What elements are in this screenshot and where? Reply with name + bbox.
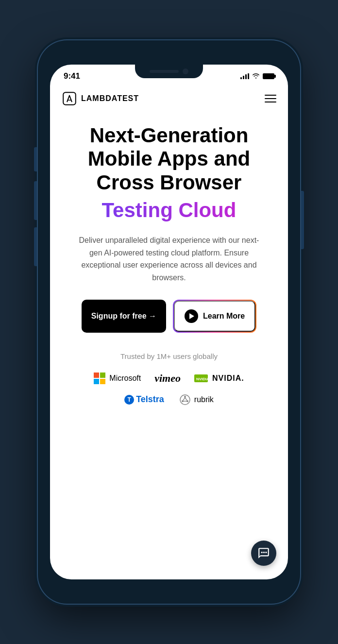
rubrik-text: rubrik: [194, 395, 214, 404]
learn-more-button[interactable]: Learn More: [174, 301, 255, 332]
telstra-icon: T: [124, 395, 134, 405]
chat-fab-button[interactable]: [251, 541, 276, 566]
nvidia-text: NVIDIA.: [212, 374, 244, 383]
svg-line-8: [183, 398, 185, 400]
trusted-text: Trusted by 1M+ users globally: [120, 352, 218, 360]
nvidia-logo: NVIDIA NVIDIA.: [194, 373, 244, 383]
chat-fab-icon: [257, 547, 270, 559]
rubrik-logo: rubrik: [180, 394, 214, 405]
logo-icon: [62, 91, 77, 106]
cta-buttons: Signup for free → Learn More: [62, 300, 276, 333]
svg-rect-11: [263, 552, 265, 553]
status-icons: [240, 72, 274, 81]
nvidia-icon: NVIDIA: [194, 373, 210, 383]
signal-icon: [240, 73, 249, 79]
battery-icon: [263, 73, 274, 79]
phone-screen: 9:41: [50, 65, 288, 579]
notch-camera: [183, 68, 188, 74]
play-icon: [185, 309, 198, 323]
telstra-text: Telstra: [136, 394, 164, 405]
side-btn-mute: [34, 147, 37, 171]
hamburger-menu[interactable]: [265, 95, 276, 102]
logos-row2: T Telstra: [124, 394, 214, 405]
nav-header: LAMBDATEST: [50, 85, 288, 114]
telstra-logo: T Telstra: [124, 394, 164, 405]
rubrik-icon: [180, 394, 190, 405]
status-time: 9:41: [64, 71, 80, 81]
notch-speaker: [150, 70, 179, 73]
svg-rect-10: [261, 552, 263, 553]
signup-button[interactable]: Signup for free →: [82, 300, 166, 333]
hero-title: Next-Generation Mobile Apps and Cross Br…: [88, 124, 250, 194]
side-btn-volume-down: [34, 227, 37, 266]
svg-point-4: [184, 396, 186, 398]
learn-more-wrapper: Learn More: [173, 300, 256, 333]
svg-line-7: [185, 398, 187, 400]
notch: [135, 65, 203, 78]
vimeo-logo: vimeo: [154, 372, 181, 385]
microsoft-icon: [94, 373, 105, 384]
hero-gradient-title: Testing Cloud: [102, 198, 237, 222]
logo-text: LAMBDATEST: [81, 94, 139, 103]
main-content: Next-Generation Mobile Apps and Cross Br…: [50, 114, 288, 579]
phone-outer: 9:41: [0, 0, 338, 644]
phone-frame: 9:41: [38, 40, 300, 604]
side-btn-power: [301, 191, 304, 249]
hero-description: Deliver unparalleled digital experience …: [77, 234, 261, 284]
side-btn-volume-up: [34, 181, 37, 220]
svg-rect-0: [63, 92, 76, 105]
microsoft-text: Microsoft: [109, 374, 141, 383]
microsoft-logo: Microsoft: [94, 373, 141, 384]
logo: LAMBDATEST: [62, 91, 139, 106]
svg-text:NVIDIA: NVIDIA: [196, 377, 209, 381]
wifi-icon: [252, 72, 260, 81]
svg-rect-12: [265, 552, 267, 553]
logos-row1: Microsoft vimeo NVIDIA NVIDIA.: [94, 372, 244, 385]
